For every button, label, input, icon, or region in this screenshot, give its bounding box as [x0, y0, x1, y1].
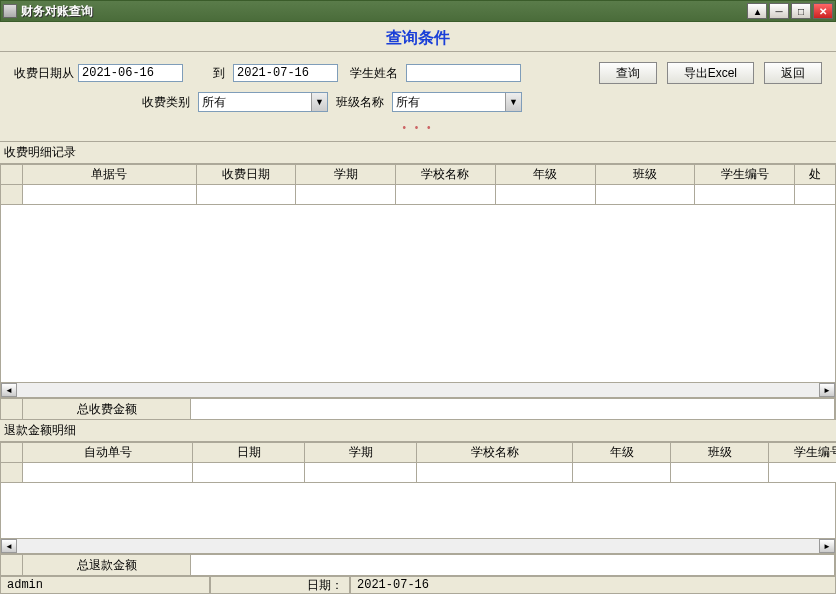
table-row[interactable]	[1, 185, 836, 205]
col-school[interactable]: 学校名称	[417, 443, 573, 463]
col-auto-no[interactable]: 自动单号	[23, 443, 193, 463]
fee-type-label: 收费类别	[142, 94, 190, 111]
refund-total-row: 总退款金额	[0, 554, 836, 576]
fee-total-row: 总收费金额	[0, 398, 836, 420]
scroll-track[interactable]	[17, 539, 819, 553]
fee-total-value	[191, 399, 835, 419]
col-school[interactable]: 学校名称	[396, 165, 496, 185]
fee-type-value: 所有	[202, 94, 226, 111]
col-date[interactable]: 日期	[193, 443, 305, 463]
scroll-left-icon[interactable]: ◄	[1, 539, 17, 553]
window-title: 财务对账查询	[21, 3, 747, 20]
status-date-label: 日期：	[210, 577, 350, 594]
status-bar: admin 日期： 2021-07-16	[0, 576, 836, 594]
horizontal-scrollbar[interactable]: ◄ ►	[0, 382, 836, 398]
table-header-row: 单据号 收费日期 学期 学校名称 年级 班级 学生编号 处	[1, 165, 836, 185]
chevron-down-icon: ▼	[505, 93, 521, 111]
status-user: admin	[0, 577, 210, 594]
class-name-value: 所有	[396, 94, 420, 111]
fee-detail-group-label: 收费明细记录	[0, 142, 836, 164]
col-class[interactable]: 班级	[595, 165, 695, 185]
col-fee-date[interactable]: 收费日期	[196, 165, 296, 185]
query-form: 收费日期从 到 学生姓名 查询 导出Excel 返回 收费类别 所有 ▼ 班级名…	[0, 52, 836, 142]
scroll-left-icon[interactable]: ◄	[1, 383, 17, 397]
chevron-down-icon: ▼	[311, 93, 327, 111]
export-excel-button[interactable]: 导出Excel	[667, 62, 754, 84]
col-doc-no[interactable]: 单据号	[23, 165, 196, 185]
refund-total-label: 总退款金额	[23, 555, 191, 575]
scroll-right-icon[interactable]: ►	[819, 383, 835, 397]
table-row[interactable]	[1, 463, 837, 483]
refund-detail-table: 自动单号 日期 学期 学校名称 年级 班级 学生编号	[0, 442, 836, 483]
fee-total-label: 总收费金额	[23, 399, 191, 419]
student-name-label: 学生姓名	[350, 65, 398, 82]
maximize-button[interactable]: □	[791, 3, 811, 19]
col-term[interactable]: 学期	[296, 165, 396, 185]
fee-type-select[interactable]: 所有 ▼	[198, 92, 328, 112]
row-selector-header[interactable]	[1, 443, 23, 463]
class-name-select[interactable]: 所有 ▼	[392, 92, 522, 112]
rollup-button[interactable]: ▴	[747, 3, 767, 19]
status-date: 2021-07-16	[350, 577, 836, 594]
class-name-label: 班级名称	[336, 94, 384, 111]
date-from-label: 收费日期从	[14, 65, 74, 82]
col-grade[interactable]: 年级	[495, 165, 595, 185]
col-student-id[interactable]: 学生编号	[769, 443, 837, 463]
refund-detail-group-label: 退款金额明细	[0, 420, 836, 442]
date-to-input[interactable]	[233, 64, 338, 82]
scroll-track[interactable]	[17, 383, 819, 397]
scroll-right-icon[interactable]: ►	[819, 539, 835, 553]
horizontal-scrollbar[interactable]: ◄ ►	[0, 538, 836, 554]
back-button[interactable]: 返回	[764, 62, 822, 84]
col-class[interactable]: 班级	[671, 443, 769, 463]
col-grade[interactable]: 年级	[573, 443, 671, 463]
col-extra[interactable]: 处	[795, 165, 836, 185]
query-button[interactable]: 查询	[599, 62, 657, 84]
system-icon	[3, 4, 17, 18]
resize-grip-icon: • • •	[14, 120, 822, 135]
col-term[interactable]: 学期	[305, 443, 417, 463]
section-title: 查询条件	[0, 22, 836, 52]
row-selector-header[interactable]	[1, 165, 23, 185]
fee-detail-table: 单据号 收费日期 学期 学校名称 年级 班级 学生编号 处	[0, 164, 836, 205]
close-button[interactable]: ✕	[813, 3, 833, 19]
window-titlebar: 财务对账查询 ▴ ─ □ ✕	[0, 0, 836, 22]
col-student-id[interactable]: 学生编号	[695, 165, 795, 185]
date-from-input[interactable]	[78, 64, 183, 82]
refund-total-value	[191, 555, 835, 575]
minimize-button[interactable]: ─	[769, 3, 789, 19]
table-header-row: 自动单号 日期 学期 学校名称 年级 班级 学生编号	[1, 443, 837, 463]
student-name-input[interactable]	[406, 64, 521, 82]
date-to-label: 到	[213, 65, 225, 82]
